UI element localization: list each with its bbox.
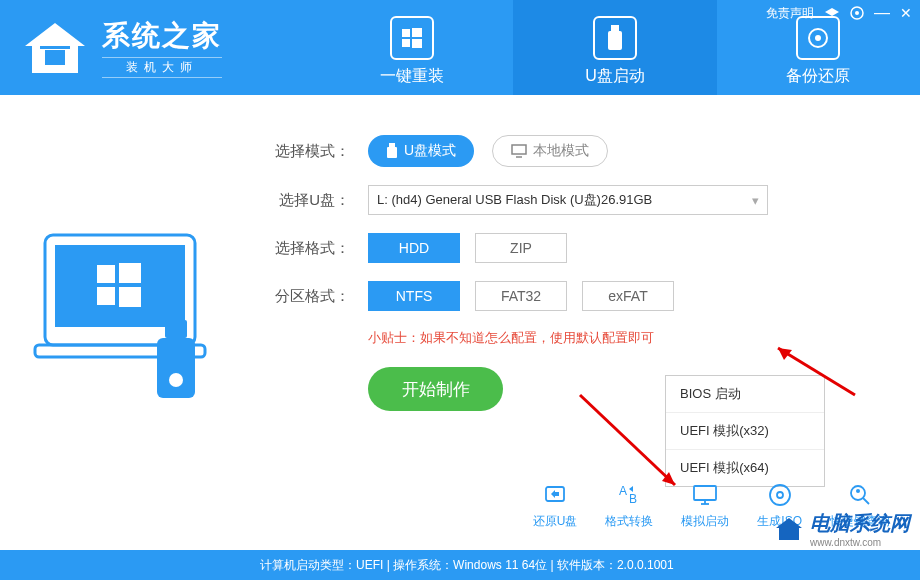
house-logo-icon — [20, 18, 90, 78]
status-bar: 计算机启动类型：UEFI | 操作系统：Windows 11 64位 | 软件版… — [0, 550, 920, 580]
svg-rect-13 — [55, 245, 185, 327]
format-label: 选择格式： — [260, 239, 350, 258]
svg-point-33 — [777, 492, 783, 498]
svg-rect-16 — [97, 287, 115, 305]
restore-usb-button[interactable]: 还原U盘 — [533, 481, 578, 530]
usb-icon — [593, 16, 637, 60]
tab-usb-boot[interactable]: U盘启动 — [513, 0, 716, 95]
local-mode-button[interactable]: 本地模式 — [492, 135, 608, 167]
logo-area: 系统之家 装机大师 — [0, 0, 310, 95]
simulate-boot-button[interactable]: 模拟启动 — [681, 481, 729, 530]
monitor-icon — [691, 481, 719, 509]
search-person-icon — [846, 481, 874, 509]
boot-mode-popup: BIOS 启动 UEFI 模拟(x32) UEFI 模拟(x64) — [665, 375, 825, 487]
svg-rect-24 — [512, 145, 526, 154]
tab-label: 一键重装 — [380, 66, 444, 87]
svg-rect-5 — [412, 39, 422, 48]
close-button[interactable]: ✕ — [900, 5, 912, 21]
usb-mode-button[interactable]: U盘模式 — [368, 135, 474, 167]
svg-rect-4 — [402, 39, 410, 47]
svg-rect-6 — [611, 25, 619, 31]
tip-text: 小贴士：如果不知道怎么配置，使用默认配置即可 — [368, 329, 870, 347]
svg-rect-17 — [119, 287, 141, 307]
disc-icon — [766, 481, 794, 509]
disclaimer-link[interactable]: 免责声明 — [766, 5, 814, 22]
svg-rect-22 — [389, 143, 395, 147]
svg-point-32 — [770, 485, 790, 505]
partition-label: 分区格式： — [260, 287, 350, 306]
disk-select[interactable]: L: (hd4) General USB Flash Disk (U盘)26.9… — [368, 185, 768, 215]
svg-rect-2 — [402, 29, 410, 37]
svg-rect-7 — [608, 31, 622, 50]
popup-bios-boot[interactable]: BIOS 启动 — [666, 376, 824, 413]
ntfs-button[interactable]: NTFS — [368, 281, 460, 311]
svg-point-11 — [855, 11, 859, 15]
laptop-usb-illustration — [0, 95, 250, 535]
popup-uefi-x32[interactable]: UEFI 模拟(x32) — [666, 413, 824, 450]
restore-icon — [796, 16, 840, 60]
hdd-button[interactable]: HDD — [368, 233, 460, 263]
svg-rect-15 — [119, 263, 141, 283]
watermark-icon — [774, 516, 804, 542]
zip-button[interactable]: ZIP — [475, 233, 567, 263]
minimize-button[interactable]: — — [874, 4, 890, 22]
mode-label: 选择模式： — [260, 142, 350, 161]
exfat-button[interactable]: exFAT — [582, 281, 674, 311]
svg-rect-19 — [165, 320, 187, 338]
svg-rect-0 — [45, 50, 65, 65]
windows-icon — [390, 16, 434, 60]
logo-subtitle: 装机大师 — [102, 57, 222, 78]
tab-reinstall[interactable]: 一键重装 — [310, 0, 513, 95]
svg-rect-20 — [157, 338, 195, 398]
svg-rect-14 — [97, 265, 115, 283]
svg-line-35 — [863, 498, 869, 504]
tab-label: U盘启动 — [585, 66, 645, 87]
fat32-button[interactable]: FAT32 — [475, 281, 567, 311]
svg-rect-23 — [387, 147, 397, 158]
start-button[interactable]: 开始制作 — [368, 367, 503, 411]
logo-title: 系统之家 — [102, 17, 222, 55]
svg-text:B: B — [629, 492, 637, 506]
watermark: 电脑系统网 www.dnxtw.com — [774, 510, 910, 548]
svg-text:A: A — [619, 484, 627, 498]
format-convert-button[interactable]: AB 格式转换 — [605, 481, 653, 530]
restore-usb-icon — [541, 481, 569, 509]
convert-icon: AB — [615, 481, 643, 509]
monitor-small-icon — [511, 144, 527, 158]
svg-point-36 — [856, 489, 860, 493]
usb-small-icon — [386, 143, 398, 159]
svg-point-9 — [815, 35, 821, 41]
svg-rect-3 — [412, 28, 422, 37]
disk-label: 选择U盘： — [260, 191, 350, 210]
svg-rect-1 — [40, 46, 70, 49]
tab-label: 备份还原 — [786, 66, 850, 87]
svg-point-21 — [169, 373, 183, 387]
graduation-icon[interactable] — [824, 6, 840, 20]
gear-icon[interactable] — [850, 6, 864, 20]
svg-rect-29 — [694, 486, 716, 500]
